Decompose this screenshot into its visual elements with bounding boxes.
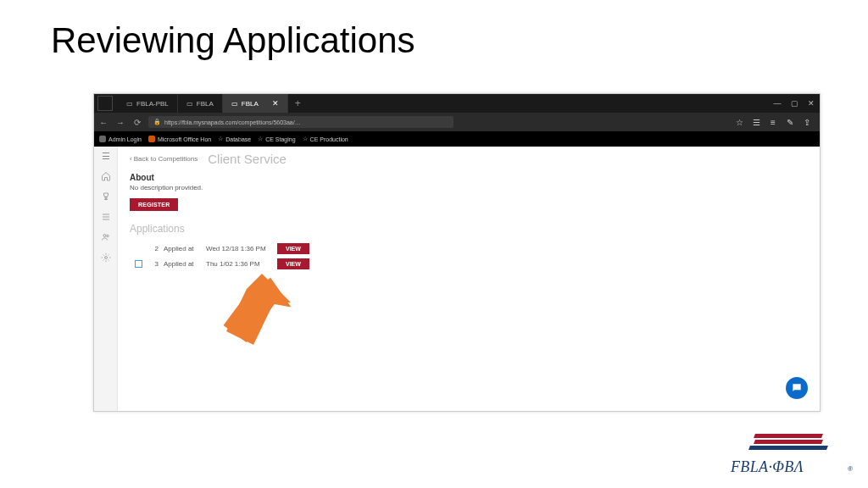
notes-icon[interactable]: ✎	[784, 116, 796, 128]
bookmark-label: Microsoft Office Hon	[158, 136, 211, 142]
chevron-left-icon: ‹	[130, 155, 132, 163]
register-button[interactable]: REGISTER	[130, 198, 178, 211]
star-icon: ☆	[218, 136, 223, 142]
new-tab-button[interactable]: +	[288, 97, 308, 109]
maximize-button[interactable]: ▢	[786, 99, 803, 108]
app-sidebar: ☰	[94, 147, 118, 411]
application-row: 3 Applied at Thu 1/02 1:36 PM VIEW	[130, 257, 808, 270]
svg-point-2	[104, 257, 107, 259]
tab-preview-icon[interactable]	[97, 96, 113, 111]
chat-fab-button[interactable]	[786, 377, 808, 399]
callout-arrow-icon	[211, 274, 296, 358]
tab-label: FBLA	[197, 100, 214, 108]
share-icon[interactable]: ⇪	[801, 116, 813, 128]
svg-point-1	[106, 235, 108, 237]
page-content: ☰ ‹ Back to Competitions	[94, 147, 820, 411]
list-icon[interactable]	[100, 211, 112, 223]
trophy-icon[interactable]	[100, 191, 112, 202]
applied-at-date: Wed 12/18 1:36 PM	[206, 245, 274, 252]
about-text: No description provided.	[130, 184, 808, 191]
applications-heading: Applications	[130, 223, 808, 235]
lock-icon: 🔒	[153, 119, 161, 125]
close-tab-icon[interactable]: ✕	[272, 99, 279, 108]
star-icon[interactable]: ☆	[733, 116, 745, 128]
browser-addressbar: ← → ⟳ 🔒 https://fbla.mysnapads.com/compe…	[94, 113, 820, 131]
bookmark-favicon-icon	[99, 136, 106, 142]
menu-icon[interactable]: ☰	[100, 150, 112, 162]
applied-at-label: Applied at	[164, 260, 206, 268]
bookmark-favicon-icon	[148, 136, 155, 142]
main-panel: ‹ Back to Competitions Client Service Ab…	[118, 147, 820, 411]
slide-title: Reviewing Applications	[51, 20, 415, 61]
back-button[interactable]: ←	[97, 116, 109, 128]
back-link-label: Back to Competitions	[134, 155, 198, 163]
forward-button[interactable]: →	[114, 116, 126, 128]
bookmark-item[interactable]: ☆ CE Staging	[258, 136, 295, 142]
row-checkbox[interactable]	[130, 260, 147, 268]
page-icon: ▭	[126, 100, 133, 108]
view-button[interactable]: VIEW	[277, 243, 309, 254]
chat-icon	[791, 382, 803, 394]
star-icon: ☆	[258, 136, 263, 142]
back-to-competitions-link[interactable]: ‹ Back to Competitions	[130, 155, 198, 163]
applied-at-date: Thu 1/02 1:36 PM	[206, 260, 274, 268]
tab-label: FBLA	[242, 100, 259, 108]
gear-icon[interactable]	[100, 252, 112, 263]
bookmark-label: CE Production	[310, 136, 348, 142]
view-button[interactable]: VIEW	[277, 258, 309, 269]
star-icon: ☆	[303, 136, 308, 142]
close-window-button[interactable]: ✕	[803, 99, 820, 108]
application-number: 3	[147, 260, 164, 268]
page-icon: ▭	[231, 100, 238, 108]
applied-at-label: Applied at	[164, 245, 206, 252]
bookmark-label: Admin Login	[108, 136, 142, 142]
browser-window: ▭ FBLA-PBL ▭ FBLA ▭ FBLA ✕ + — ▢ ✕ ← → ⟳…	[93, 93, 821, 412]
registered-mark: ®	[848, 465, 853, 473]
svg-point-0	[103, 235, 106, 237]
browser-titlebar: ▭ FBLA-PBL ▭ FBLA ▭ FBLA ✕ + — ▢ ✕	[94, 94, 820, 113]
refresh-button[interactable]: ⟳	[131, 116, 143, 128]
tab-label: FBLA-PBL	[136, 100, 169, 108]
favorites-icon[interactable]: ≡	[767, 116, 779, 128]
fbla-logo: FBLA·ΦBΛ ®	[731, 434, 849, 478]
logo-text: FBLA·ΦBΛ	[731, 458, 804, 476]
url-text: https://fbla.mysnapads.com/competitions/…	[164, 119, 301, 125]
minimize-button[interactable]: —	[769, 99, 786, 108]
url-input[interactable]: 🔒 https://fbla.mysnapads.com/competition…	[148, 116, 453, 128]
browser-tab-active[interactable]: ▭ FBLA ✕	[223, 94, 288, 113]
bookmark-item[interactable]: ☆ Database	[218, 136, 251, 142]
bookmarks-bar: Admin Login Microsoft Office Hon ☆ Datab…	[94, 131, 820, 147]
page-icon: ▭	[186, 100, 193, 108]
logo-flag-icon	[754, 434, 831, 454]
users-icon[interactable]	[100, 231, 112, 243]
reader-icon[interactable]: ☰	[750, 116, 762, 128]
about-heading: About	[130, 173, 808, 182]
application-number: 2	[147, 245, 164, 252]
bookmark-item[interactable]: Admin Login	[99, 136, 142, 142]
browser-tab[interactable]: ▭ FBLA-PBL	[118, 94, 178, 113]
bookmark-item[interactable]: Microsoft Office Hon	[148, 136, 211, 142]
bookmark-item[interactable]: ☆ CE Production	[303, 136, 348, 142]
application-row: 2 Applied at Wed 12/18 1:36 PM VIEW	[130, 241, 808, 255]
bookmark-label: Database	[225, 136, 251, 142]
home-icon[interactable]	[100, 170, 112, 182]
browser-tab[interactable]: ▭ FBLA	[178, 94, 223, 113]
bookmark-label: CE Staging	[265, 136, 295, 142]
page-title: Client Service	[208, 152, 287, 166]
